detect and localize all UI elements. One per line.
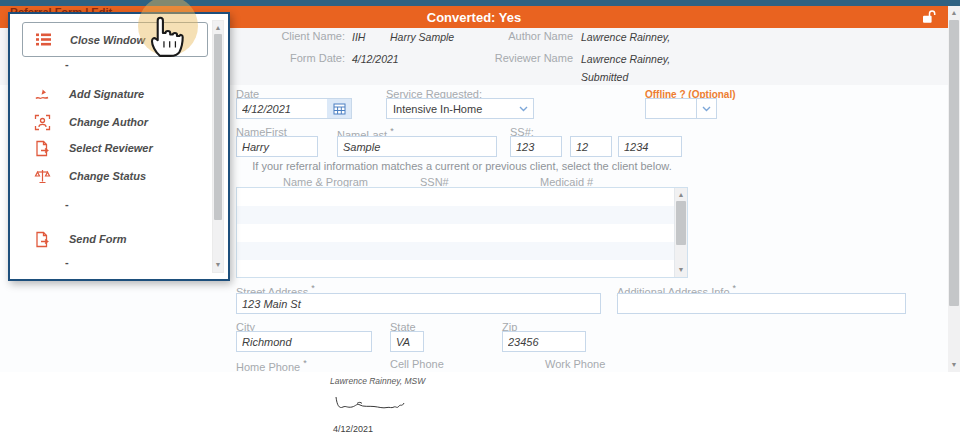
main-scrollbar[interactable]: ▲ ▼	[948, 6, 960, 372]
chevron-down-icon	[696, 99, 716, 118]
chevron-down-icon	[513, 106, 533, 112]
menu-item-send-form[interactable]: Send Form	[22, 227, 208, 251]
ssn-part1-input[interactable]	[510, 136, 562, 157]
signature-date: 4/12/2021	[333, 424, 373, 434]
street-address-input[interactable]	[236, 293, 601, 314]
menu-item-add-signature[interactable]: Add Signature	[22, 82, 208, 106]
change-author-icon	[34, 114, 52, 131]
ssn-part3-input[interactable]	[618, 136, 682, 157]
ssn-part2-input[interactable]	[570, 136, 612, 157]
author-name-label: Author Name	[480, 30, 573, 42]
client-name-value: Harry Sample	[390, 31, 454, 43]
menu-item-label: Change Status	[69, 170, 146, 182]
scroll-down-arrow[interactable]: ▼	[948, 360, 960, 370]
menu-item-select-reviewer[interactable]: Select Reviewer	[22, 136, 208, 160]
list-scroll-up-arrow[interactable]: ▲	[675, 190, 687, 200]
work-phone-label: Work Phone	[545, 358, 605, 370]
name-last-input[interactable]	[337, 136, 497, 157]
document-arrow-icon	[34, 231, 52, 248]
client-name-label: Client Name:	[250, 30, 345, 42]
menu-scroll-up-arrow[interactable]: ▲	[213, 23, 223, 33]
reviewer-name-label: Reviewer Name	[470, 52, 573, 64]
required-asterisk: *	[303, 358, 307, 368]
list-scroll-down-arrow[interactable]: ▼	[675, 265, 687, 275]
date-field	[236, 98, 352, 119]
client-match-list[interactable]: ▲ ▼	[236, 187, 688, 278]
list-scrollbar[interactable]: ▲ ▼	[674, 188, 687, 277]
list-icon	[35, 31, 53, 48]
reviewer-status: Submitted	[581, 71, 628, 83]
additional-address-input[interactable]	[617, 293, 906, 314]
menu-scroll-down-arrow[interactable]: ▼	[213, 260, 223, 270]
service-requested-value: Intensive In-Home	[387, 103, 513, 115]
cell-phone-label: Cell Phone	[390, 358, 444, 370]
signer-name: Lawrence Rainney, MSW	[330, 376, 425, 386]
list-scrollbar-thumb[interactable]	[676, 201, 686, 245]
menu-item-change-status[interactable]: Change Status	[22, 164, 208, 188]
scroll-up-arrow[interactable]: ▲	[948, 8, 960, 18]
signature-icon	[34, 86, 52, 103]
form-actions-menu: ▲ ▼ Close Window - Add Signat	[8, 12, 230, 281]
zip-input[interactable]	[502, 331, 586, 352]
menu-item-label: Select Reviewer	[69, 142, 153, 154]
match-hint-text: If your referral information matches a c…	[236, 160, 688, 172]
client-program-value: IIH	[352, 31, 365, 43]
form-date-label: Form Date:	[250, 52, 345, 64]
state-input[interactable]	[390, 331, 424, 352]
author-name-value: Lawrence Rainney,	[581, 31, 670, 43]
hand-cursor-icon	[140, 10, 190, 64]
menu-item-label: Add Signature	[69, 88, 144, 100]
required-asterisk: *	[311, 283, 315, 293]
referral-form-window: Referral Form | Edit Converted: Yes ▲ ▼ …	[0, 0, 960, 443]
menu-separator: -	[65, 198, 69, 210]
home-phone-label: Home Phone *	[236, 358, 307, 373]
service-requested-select[interactable]: Intensive In-Home	[386, 98, 534, 119]
scales-icon	[34, 168, 52, 185]
offline-select[interactable]	[645, 98, 717, 119]
main-scrollbar-thumb[interactable]	[949, 20, 959, 306]
menu-item-label: Change Author	[69, 116, 148, 128]
menu-item-label: Close Window	[70, 34, 145, 46]
menu-scrollbar-thumb[interactable]	[214, 34, 222, 220]
city-input[interactable]	[236, 331, 372, 352]
menu-separator: -	[65, 58, 69, 70]
calendar-icon[interactable]	[327, 99, 351, 118]
menu-scrollbar[interactable]: ▲ ▼	[212, 20, 224, 273]
menu-item-label: Send Form	[69, 233, 126, 245]
signature-image	[333, 394, 415, 422]
unlock-icon[interactable]	[920, 9, 936, 25]
reviewer-name-value: Lawrence Rainney,	[581, 53, 670, 65]
menu-item-change-author[interactable]: Change Author	[22, 110, 208, 134]
document-arrow-icon	[34, 140, 52, 157]
name-first-input[interactable]	[236, 136, 318, 157]
menu-separator: -	[65, 256, 69, 268]
required-asterisk: *	[390, 126, 394, 136]
form-date-value: 4/12/2021	[352, 53, 399, 65]
required-asterisk: *	[733, 283, 737, 293]
